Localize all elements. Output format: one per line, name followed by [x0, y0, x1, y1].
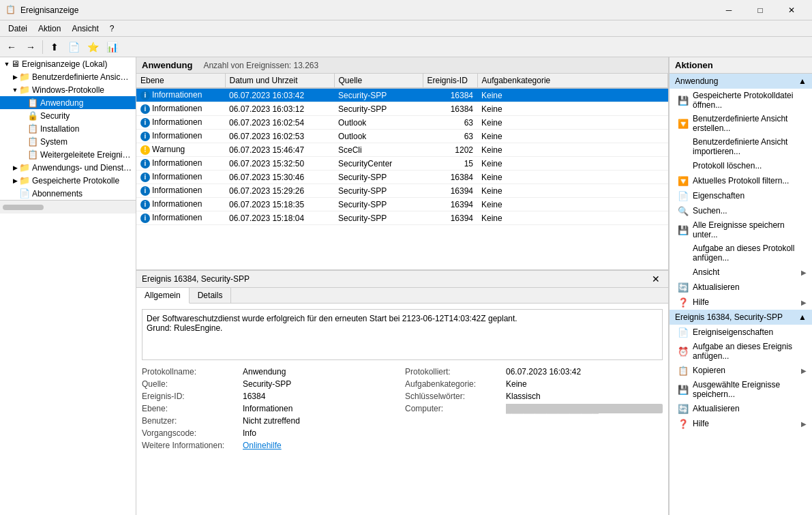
- action-item-0-6[interactable]: 🔍 Suchen...: [670, 203, 812, 218]
- tree-item-system[interactable]: 📋 System: [0, 135, 136, 148]
- minimize-button[interactable]: ─: [714, 0, 744, 20]
- col-quelle[interactable]: Quelle: [334, 74, 423, 88]
- toolbar-back[interactable]: ←: [3, 39, 20, 55]
- menu-datei[interactable]: Datei: [3, 23, 33, 35]
- col-ereignis-id[interactable]: Ereignis-ID: [423, 74, 477, 88]
- action-icon-0-8: [678, 248, 689, 259]
- toolbar-up[interactable]: ⬆: [46, 39, 63, 55]
- table-row[interactable]: iInformationen 06.07.2023 15:32:50 Secur…: [136, 157, 668, 171]
- schluessel-label: Schlüsselwörter:: [405, 392, 500, 401]
- cell-category-2: Keine: [477, 116, 668, 130]
- action-label-0-10: Aktualisieren: [693, 282, 740, 292]
- action-arrow-0-9: ▶: [801, 269, 807, 276]
- toolbar-star[interactable]: ⭐: [84, 39, 102, 55]
- table-row[interactable]: iInformationen 06.07.2023 15:18:04 Secur…: [136, 211, 668, 225]
- toolbar-forward[interactable]: →: [22, 39, 40, 55]
- tab-allgemein[interactable]: Allgemein: [136, 288, 190, 304]
- actions-section-header-0[interactable]: Anwendung▲: [670, 74, 812, 89]
- action-icon-1-4: 🔄: [678, 403, 689, 414]
- action-item-0-4[interactable]: 🔽 Aktuelles Protokoll filtern...: [670, 173, 812, 188]
- col-datum[interactable]: Datum und Uhrzeit: [225, 74, 334, 88]
- tree-label-security: Security: [40, 111, 70, 121]
- tree-expand-gespeich[interactable]: ▶: [11, 177, 19, 184]
- tree-item-windows[interactable]: ▼ 📁 Windows-Protokolle: [0, 83, 136, 96]
- tree-item-appserv[interactable]: ▶ 📁 Anwendungs- und Dienstpro...: [0, 161, 136, 174]
- table-row[interactable]: iInformationen 06.07.2023 16:02:54 Outlo…: [136, 116, 668, 130]
- action-item-0-9[interactable]: Ansicht ▶: [670, 265, 812, 280]
- tree-item-custom[interactable]: ▶ 📁 Benutzerdefinierte Ansichten: [0, 70, 136, 83]
- cell-level-2: iInformationen: [136, 116, 225, 130]
- table-row[interactable]: iInformationen 06.07.2023 16:03:12 Secur…: [136, 102, 668, 116]
- level-icon: i: [140, 200, 150, 209]
- tree-item-gespeich[interactable]: ▶ 📁 Gespeicherte Protokolle: [0, 174, 136, 187]
- tab-details[interactable]: Details: [190, 288, 232, 303]
- maximize-button[interactable]: □: [745, 0, 775, 20]
- toolbar-chart[interactable]: 📊: [103, 39, 121, 55]
- detail-close-button[interactable]: ✕: [649, 274, 663, 284]
- action-item-0-2[interactable]: Benutzerdefinierte Ansicht importieren..…: [670, 135, 812, 158]
- action-item-1-5[interactable]: ❓ Hilfe ▶: [670, 416, 812, 431]
- action-item-1-4[interactable]: 🔄 Aktualisieren: [670, 401, 812, 416]
- cell-id-6: 16384: [423, 171, 477, 184]
- action-icon-0-2: [678, 141, 689, 152]
- action-item-0-10[interactable]: 🔄 Aktualisieren: [670, 280, 812, 295]
- action-item-0-1[interactable]: 🔽 Benutzerdefinierte Ansicht erstellen..…: [670, 112, 812, 135]
- action-icon-1-1: ⏰: [678, 346, 689, 357]
- col-aufgabe[interactable]: Aufgabenkategorie: [477, 74, 668, 88]
- menu-help[interactable]: ?: [104, 23, 120, 35]
- tree-expand-windows[interactable]: ▼: [11, 87, 19, 93]
- cell-category-4: Keine: [477, 143, 668, 157]
- cell-category-3: Keine: [477, 130, 668, 143]
- actions-section-header-1[interactable]: Ereignis 16384, Security-SPP▲: [670, 310, 812, 325]
- onlinehilfe-link[interactable]: Onlinehilfe: [243, 441, 400, 450]
- table-row[interactable]: iInformationen 06.07.2023 15:29:26 Secur…: [136, 184, 668, 198]
- action-item-0-5[interactable]: 📄 Eigenschaften: [670, 188, 812, 203]
- menu-ansicht[interactable]: Ansicht: [66, 23, 104, 35]
- cell-level-0: iInformationen: [136, 88, 225, 102]
- benutzer-value: Nicht zutreffend: [243, 416, 400, 426]
- action-item-0-7[interactable]: 💾 Alle Ereignisse speichern unter...: [670, 218, 812, 241]
- action-item-0-3[interactable]: Protokoll löschen...: [670, 158, 812, 173]
- tree-item-abos[interactable]: 📄 Abonnements: [0, 187, 136, 200]
- table-row[interactable]: iInformationen 06.07.2023 16:02:53 Outlo…: [136, 130, 668, 143]
- action-item-1-3[interactable]: 💾 Ausgewählte Ereignisse speichern...: [670, 378, 812, 401]
- table-row[interactable]: iInformationen 06.07.2023 15:30:46 Secur…: [136, 171, 668, 184]
- cell-level-1: iInformationen: [136, 102, 225, 116]
- action-item-1-2[interactable]: 📋 Kopieren ▶: [670, 363, 812, 378]
- table-row[interactable]: iInformationen 06.07.2023 15:18:35 Secur…: [136, 198, 668, 211]
- tree-expand-custom[interactable]: ▶: [11, 74, 19, 80]
- right-sections: Anwendung▲ 💾 Gespeicherte Protokolldatei…: [670, 74, 812, 431]
- aufgabenkategorie-value: Keine: [506, 379, 663, 389]
- table-row[interactable]: !Warnung 06.07.2023 15:46:47 SceCli 1202…: [136, 143, 668, 157]
- tree-expand-appserv[interactable]: ▶: [11, 164, 19, 171]
- action-item-0-8[interactable]: Aufgabe an dieses Protokoll anfügen...: [670, 241, 812, 265]
- close-button[interactable]: ✕: [777, 0, 807, 20]
- tree-item-anwendung[interactable]: 📋 Anwendung: [0, 96, 136, 109]
- action-item-1-1[interactable]: ⏰ Aufgabe an dieses Ereignis anfügen...: [670, 340, 812, 363]
- left-scrollbar[interactable]: [0, 200, 136, 214]
- action-label-1-4: Aktualisieren: [693, 404, 740, 413]
- toolbar-file[interactable]: 📄: [65, 39, 82, 55]
- tree-item-security[interactable]: 🔒 Security: [0, 109, 136, 122]
- tree-expand-root[interactable]: ▼: [3, 61, 11, 68]
- level-icon: i: [140, 91, 150, 100]
- menu-aktion[interactable]: Aktion: [33, 23, 66, 35]
- action-item-0-11[interactable]: ❓ Hilfe ▶: [670, 295, 812, 310]
- cell-category-7: Keine: [477, 184, 668, 198]
- cell-level-8: iInformationen: [136, 198, 225, 211]
- action-label-0-3: Protokoll löschen...: [693, 161, 762, 171]
- tree-item-installation[interactable]: 📋 Installation: [0, 122, 136, 135]
- table-row[interactable]: iInformationen 06.07.2023 16:03:42 Secur…: [136, 88, 668, 102]
- tree-item-weiter[interactable]: 📋 Weitergeleitete Ereignisse: [0, 148, 136, 161]
- quelle-label: Quelle:: [142, 379, 237, 389]
- action-item-1-0[interactable]: 📄 Ereigniseigenschaften: [670, 325, 812, 340]
- app-icon: 📋: [5, 5, 16, 16]
- tree-icon-security: 🔒: [27, 111, 38, 121]
- tree-item-root[interactable]: ▼ 🖥 Ereignisanzeige (Lokal): [0, 57, 136, 70]
- cell-category-0: Keine: [477, 88, 668, 102]
- action-item-0-0[interactable]: 💾 Gespeicherte Protokolldatei öffnen...: [670, 89, 812, 112]
- tree-label-weiter: Weitergeleitete Ereignisse: [40, 150, 133, 160]
- col-ebene[interactable]: Ebene: [136, 74, 225, 88]
- action-icon-1-2: 📋: [678, 365, 689, 376]
- left-panel: ▼ 🖥 Ereignisanzeige (Lokal) ▶ 📁 Benutzer…: [0, 57, 136, 515]
